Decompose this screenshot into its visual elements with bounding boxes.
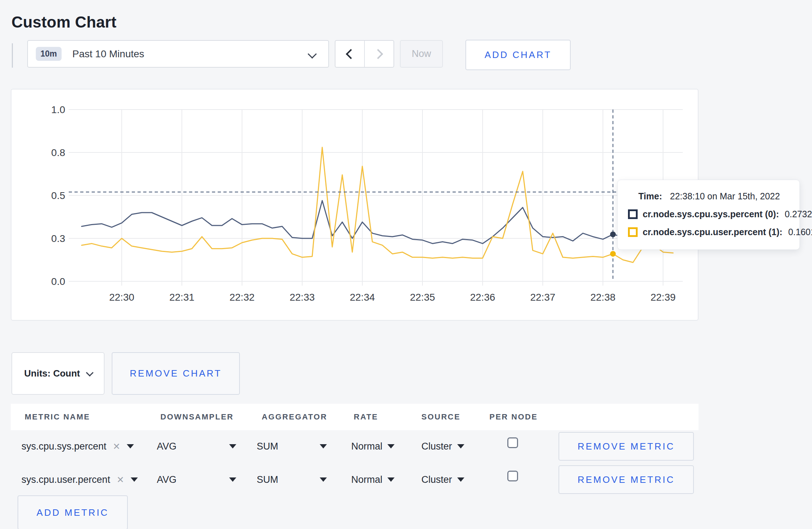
add-metric-button[interactable]: ADD METRIC — [18, 495, 128, 529]
aggregator-value: SUM — [257, 441, 278, 452]
y-axis-tick-label: 0.5 — [51, 190, 65, 201]
metric-name-value: sys.cpu.sys.percent — [21, 441, 106, 452]
aggregator-select[interactable]: SUM — [257, 432, 327, 461]
cpu-usage-chart[interactable]: 0.00.30.50.81.022:3022:3122:3222:3322:34… — [11, 89, 698, 320]
caret-down-icon — [387, 477, 395, 482]
y-axis-tick-label: 0.0 — [51, 276, 65, 287]
downsampler-select[interactable]: AVG — [157, 432, 236, 461]
y-axis-tick-label: 0.3 — [51, 233, 65, 244]
chevron-left-icon — [346, 49, 356, 59]
rate-value: Normal — [351, 441, 382, 452]
remove-metric-button[interactable]: REMOVE METRIC — [559, 432, 694, 461]
caret-down-icon — [320, 444, 327, 448]
custom-chart-card: 0.00.30.50.81.022:3022:3122:3222:3322:34… — [11, 89, 699, 321]
highlighted-point — [610, 251, 616, 257]
highlighted-point — [610, 232, 616, 237]
source-value: Cluster — [421, 441, 452, 452]
page-title: Custom Chart — [11, 13, 116, 31]
x-axis-tick-label: 22:31 — [169, 292, 194, 303]
now-button[interactable]: Now — [400, 40, 443, 68]
next-time-button[interactable] — [365, 41, 393, 67]
chevron-right-icon — [373, 49, 383, 59]
remove-metric-button[interactable]: REMOVE METRIC — [559, 465, 694, 494]
toolbar-left-divider — [12, 43, 13, 68]
rate-select[interactable]: Normal — [351, 432, 395, 461]
aggregator-value: SUM — [257, 474, 278, 485]
aggregator-select[interactable]: SUM — [257, 465, 327, 494]
caret-down-icon — [320, 477, 327, 482]
x-axis-tick-label: 22:35 — [410, 292, 435, 303]
table-row: sys.cpu.user.percent ✕ AVG SUM Normal Cl… — [11, 465, 699, 494]
metrics-table-header: METRIC NAME DOWNSAMPLER AGGREGATOR RATE … — [11, 404, 699, 430]
series-line — [82, 147, 673, 263]
chevron-down-icon — [308, 49, 316, 58]
caret-down-icon — [127, 444, 134, 448]
source-value: Cluster — [421, 474, 452, 485]
x-axis-tick-label: 22:32 — [229, 292, 255, 303]
tooltip-series-row: cr.node.sys.cpu.user.percent (1): 0.1601 — [628, 225, 799, 239]
rate-select[interactable]: Normal — [351, 465, 395, 494]
remove-chart-button[interactable]: REMOVE CHART — [112, 352, 240, 395]
tooltip-series-value: 0.2732 — [785, 209, 812, 219]
downsampler-select[interactable]: AVG — [157, 465, 236, 494]
prev-time-button[interactable] — [335, 41, 365, 67]
clear-metric-icon[interactable]: ✕ — [117, 475, 124, 485]
tooltip-time-value: 22:38:10 on Mar 15th, 2022 — [670, 191, 780, 202]
downsampler-value: AVG — [157, 441, 177, 452]
metric-name-value: sys.cpu.user.percent — [21, 474, 110, 485]
col-header-rate: RATE — [354, 412, 378, 422]
per-node-cell — [507, 462, 518, 490]
caret-down-icon — [387, 444, 395, 448]
tooltip-series-value: 0.1601 — [788, 227, 812, 237]
caret-down-icon — [131, 477, 138, 482]
table-row: sys.cpu.sys.percent ✕ AVG SUM Normal Clu… — [11, 432, 699, 461]
time-pager — [335, 40, 394, 68]
sys-percent-swatch-icon — [628, 209, 638, 219]
per-node-cell — [507, 428, 518, 457]
clear-metric-icon[interactable]: ✕ — [113, 441, 120, 452]
time-range-badge: 10m — [36, 47, 62, 61]
caret-down-icon — [229, 477, 236, 482]
caret-down-icon — [229, 444, 236, 448]
units-label: Units: Count — [24, 368, 80, 379]
col-header-per-node: PER NODE — [489, 412, 538, 422]
user-percent-swatch-icon — [628, 227, 638, 237]
source-select[interactable]: Cluster — [421, 432, 464, 461]
tooltip-series-label: cr.node.sys.cpu.sys.percent (0): — [643, 209, 779, 219]
col-header-metric-name: METRIC NAME — [25, 412, 90, 422]
series-line — [82, 200, 673, 243]
tooltip-series-label: cr.node.sys.cpu.user.percent (1): — [643, 227, 782, 237]
x-axis-tick-label: 22:37 — [530, 292, 555, 303]
tooltip-time-label: Time: — [638, 191, 662, 202]
time-range-dropdown[interactable]: 10m Past 10 Minutes — [27, 40, 329, 68]
downsampler-value: AVG — [157, 474, 177, 485]
col-header-downsampler: DOWNSAMPLER — [160, 412, 234, 422]
source-select[interactable]: Cluster — [421, 465, 464, 494]
y-axis-tick-label: 0.8 — [51, 147, 65, 158]
x-axis-tick-label: 22:36 — [470, 292, 495, 303]
x-axis-tick-label: 22:39 — [651, 292, 676, 303]
per-node-checkbox[interactable] — [507, 437, 518, 448]
rate-value: Normal — [351, 474, 382, 485]
add-chart-button[interactable]: ADD CHART — [465, 40, 571, 70]
tooltip-series-row: cr.node.sys.cpu.sys.percent (0): 0.2732 — [628, 207, 799, 221]
col-header-aggregator: AGGREGATOR — [262, 412, 327, 422]
chevron-down-icon — [86, 369, 93, 377]
metric-name-select[interactable]: sys.cpu.sys.percent ✕ — [21, 432, 134, 461]
caret-down-icon — [457, 444, 464, 448]
y-axis-tick-label: 1.0 — [51, 104, 65, 115]
x-axis-tick-label: 22:38 — [590, 292, 615, 303]
chart-tooltip: Time: 22:38:10 on Mar 15th, 2022 cr.node… — [617, 180, 800, 250]
per-node-checkbox[interactable] — [507, 471, 518, 481]
time-range-label: Past 10 Minutes — [72, 48, 144, 60]
x-axis-tick-label: 22:33 — [290, 292, 315, 303]
metric-name-select[interactable]: sys.cpu.user.percent ✕ — [21, 465, 138, 494]
x-axis-tick-label: 22:34 — [350, 292, 375, 303]
caret-down-icon — [457, 477, 464, 482]
tooltip-time-row: Time: 22:38:10 on Mar 15th, 2022 — [628, 189, 799, 203]
units-dropdown[interactable]: Units: Count — [11, 352, 105, 395]
col-header-source: SOURCE — [421, 412, 460, 422]
x-axis-tick-label: 22:30 — [109, 292, 134, 303]
